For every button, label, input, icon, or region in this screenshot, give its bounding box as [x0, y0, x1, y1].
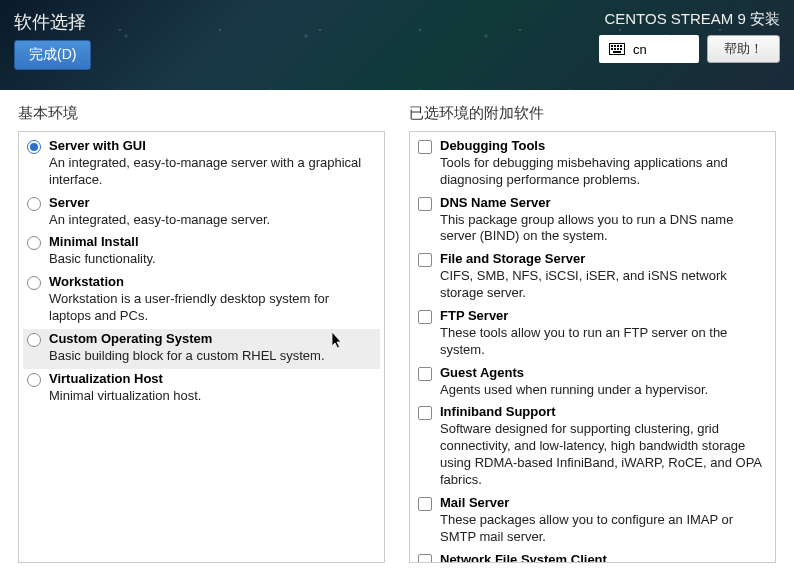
option-text: DNS Name ServerThis package group allows…	[440, 195, 765, 246]
option-label: File and Storage Server	[440, 251, 765, 268]
option-desc: Basic functionality.	[49, 251, 374, 268]
radio-button[interactable]	[27, 373, 41, 387]
checkbox[interactable]	[418, 140, 432, 154]
option-label: Server	[49, 195, 374, 212]
option-desc: Software designed for supporting cluster…	[440, 421, 765, 489]
radio-button[interactable]	[27, 333, 41, 347]
svg-rect-4	[617, 45, 619, 47]
env-option[interactable]: ServerAn integrated, easy-to-manage serv…	[23, 193, 380, 233]
addon-option[interactable]: Network File System Client	[414, 550, 771, 563]
option-text: File and Storage ServerCIFS, SMB, NFS, i…	[440, 251, 765, 302]
option-label: Guest Agents	[440, 365, 765, 382]
checkbox[interactable]	[418, 406, 432, 420]
option-text: Guest AgentsAgents used when running und…	[440, 365, 765, 399]
addon-option[interactable]: Infiniband SupportSoftware designed for …	[414, 402, 771, 492]
addon-option[interactable]: FTP ServerThese tools allow you to run a…	[414, 306, 771, 363]
done-button[interactable]: 完成(D)	[14, 40, 91, 70]
page-title: 软件选择	[14, 10, 91, 34]
option-desc: CIFS, SMB, NFS, iSCSI, iSER, and iSNS ne…	[440, 268, 765, 302]
option-text: Virtualization HostMinimal virtualizatio…	[49, 371, 374, 405]
option-text: Minimal InstallBasic functionality.	[49, 234, 374, 268]
option-desc: An integrated, easy-to-manage server wit…	[49, 155, 374, 189]
option-label: Server with GUI	[49, 138, 374, 155]
keyboard-layout-label: cn	[633, 42, 647, 57]
addons-title: 已选环境的附加软件	[409, 104, 776, 123]
option-text: Infiniband SupportSoftware designed for …	[440, 404, 765, 488]
help-button[interactable]: 帮助！	[707, 35, 780, 63]
svg-rect-8	[617, 48, 619, 50]
option-label: Debugging Tools	[440, 138, 765, 155]
radio-button[interactable]	[27, 140, 41, 154]
addon-option[interactable]: DNS Name ServerThis package group allows…	[414, 193, 771, 250]
option-text: Server with GUIAn integrated, easy-to-ma…	[49, 138, 374, 189]
checkbox[interactable]	[418, 367, 432, 381]
svg-rect-6	[611, 48, 613, 50]
addon-option[interactable]: Debugging ToolsTools for debugging misbe…	[414, 136, 771, 193]
option-desc: These packages allow you to configure an…	[440, 512, 765, 546]
checkbox[interactable]	[418, 310, 432, 324]
option-label: Virtualization Host	[49, 371, 374, 388]
addon-option[interactable]: Mail ServerThese packages allow you to c…	[414, 493, 771, 550]
option-desc: Minimal virtualization host.	[49, 388, 374, 405]
header-left: 软件选择 完成(D)	[14, 10, 91, 80]
env-option[interactable]: Custom Operating SystemBasic building bl…	[23, 329, 380, 369]
option-label: DNS Name Server	[440, 195, 765, 212]
base-environment-list[interactable]: Server with GUIAn integrated, easy-to-ma…	[18, 131, 385, 563]
header-controls: cn 帮助！	[599, 35, 780, 63]
content: 基本环境 Server with GUIAn integrated, easy-…	[0, 90, 794, 577]
svg-rect-9	[620, 48, 622, 50]
env-option[interactable]: WorkstationWorkstation is a user-friendl…	[23, 272, 380, 329]
option-text: Mail ServerThese packages allow you to c…	[440, 495, 765, 546]
option-label: Custom Operating System	[49, 331, 374, 348]
checkbox[interactable]	[418, 554, 432, 563]
keyboard-icon	[609, 43, 625, 55]
option-label: FTP Server	[440, 308, 765, 325]
svg-rect-3	[614, 45, 616, 47]
option-desc: An integrated, easy-to-manage server.	[49, 212, 374, 229]
header-right: CENTOS STREAM 9 安装 cn 帮助！	[599, 10, 780, 80]
svg-rect-2	[611, 45, 613, 47]
svg-rect-7	[614, 48, 616, 50]
addons-list[interactable]: Debugging ToolsTools for debugging misbe…	[409, 131, 776, 563]
option-label: Minimal Install	[49, 234, 374, 251]
option-text: WorkstationWorkstation is a user-friendl…	[49, 274, 374, 325]
option-label: Infiniband Support	[440, 404, 765, 421]
addons-column: 已选环境的附加软件 Debugging ToolsTools for debug…	[409, 104, 776, 563]
addon-option[interactable]: Guest AgentsAgents used when running und…	[414, 363, 771, 403]
option-text: Custom Operating SystemBasic building bl…	[49, 331, 374, 365]
base-environment-column: 基本环境 Server with GUIAn integrated, easy-…	[18, 104, 385, 563]
installer-header: 软件选择 完成(D) CENTOS STREAM 9 安装 cn 帮助！	[0, 0, 794, 90]
svg-rect-5	[620, 45, 622, 47]
option-text: Debugging ToolsTools for debugging misbe…	[440, 138, 765, 189]
option-desc: Agents used when running under a hypervi…	[440, 382, 765, 399]
checkbox[interactable]	[418, 497, 432, 511]
option-text: Network File System Client	[440, 552, 765, 563]
addon-option[interactable]: File and Storage ServerCIFS, SMB, NFS, i…	[414, 249, 771, 306]
keyboard-layout-selector[interactable]: cn	[599, 35, 699, 63]
checkbox[interactable]	[418, 197, 432, 211]
option-label: Network File System Client	[440, 552, 765, 563]
option-text: ServerAn integrated, easy-to-manage serv…	[49, 195, 374, 229]
option-desc: These tools allow you to run an FTP serv…	[440, 325, 765, 359]
option-desc: This package group allows you to run a D…	[440, 212, 765, 246]
option-text: FTP ServerThese tools allow you to run a…	[440, 308, 765, 359]
checkbox[interactable]	[418, 253, 432, 267]
radio-button[interactable]	[27, 197, 41, 211]
installer-title: CENTOS STREAM 9 安装	[604, 10, 780, 29]
radio-button[interactable]	[27, 236, 41, 250]
option-label: Workstation	[49, 274, 374, 291]
env-option[interactable]: Server with GUIAn integrated, easy-to-ma…	[23, 136, 380, 193]
env-option[interactable]: Virtualization HostMinimal virtualizatio…	[23, 369, 380, 409]
base-environment-title: 基本环境	[18, 104, 385, 123]
option-label: Mail Server	[440, 495, 765, 512]
env-option[interactable]: Minimal InstallBasic functionality.	[23, 232, 380, 272]
option-desc: Workstation is a user-friendly desktop s…	[49, 291, 374, 325]
option-desc: Tools for debugging misbehaving applicat…	[440, 155, 765, 189]
svg-rect-10	[613, 51, 621, 53]
radio-button[interactable]	[27, 276, 41, 290]
option-desc: Basic building block for a custom RHEL s…	[49, 348, 374, 365]
